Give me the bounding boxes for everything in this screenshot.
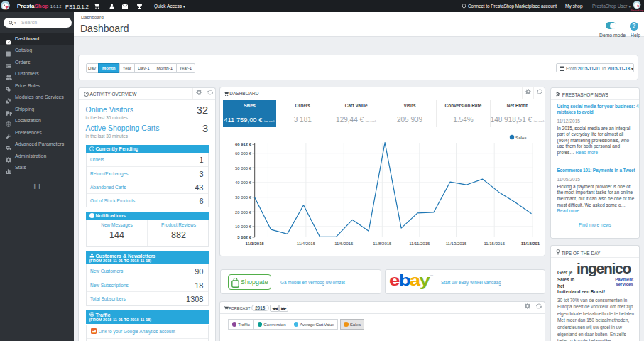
svg-text:10 000 €: 10 000 € [235, 224, 252, 229]
svg-text:20 000 €: 20 000 € [235, 210, 252, 215]
svg-text:11/4/2015: 11/4/2015 [297, 242, 316, 246]
svg-text:11/8/2015: 11/8/2015 [373, 242, 392, 246]
svg-text:60 000 €: 60 000 € [235, 151, 252, 156]
svg-text:11/18/201: 11/18/201 [521, 242, 540, 246]
svg-text:11/11/2015: 11/11/2015 [409, 242, 430, 246]
svg-text:3 082 €: 3 082 € [237, 235, 251, 239]
svg-text:30 000 €: 30 000 € [235, 195, 252, 200]
svg-text:11/1/2015: 11/1/2015 [246, 242, 265, 246]
svg-text:11/6/2015: 11/6/2015 [334, 242, 354, 246]
svg-text:50 000 €: 50 000 € [235, 166, 252, 170]
svg-text:40 000 €: 40 000 € [235, 180, 252, 185]
svg-text:66 912 €: 66 912 € [235, 142, 252, 146]
svg-text:11/15/2015: 11/15/2015 [484, 242, 505, 246]
svg-text:11/13/2015: 11/13/2015 [446, 242, 467, 246]
svg-text:Sales: Sales [515, 135, 526, 140]
